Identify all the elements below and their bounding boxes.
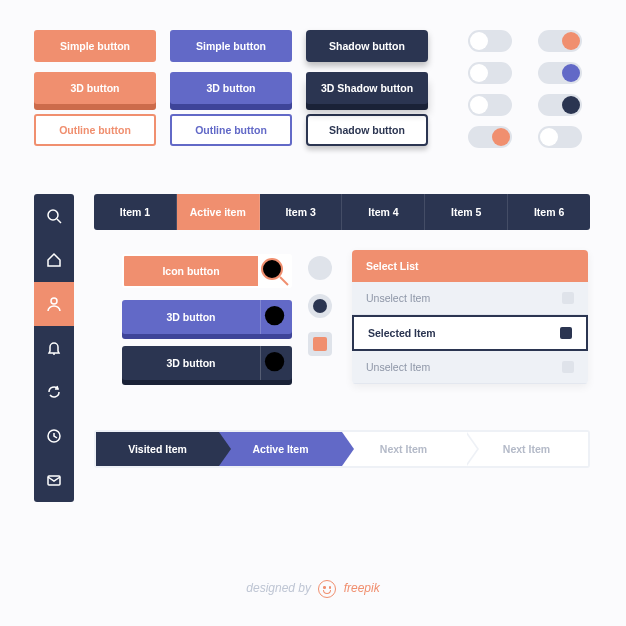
toggle-8[interactable] xyxy=(538,126,582,148)
tab-1[interactable]: Item 1 xyxy=(94,194,177,230)
radio-2[interactable] xyxy=(308,294,332,318)
icon-button-label: 3D button xyxy=(122,311,260,323)
footer-credit: designed by freepik xyxy=(0,580,626,598)
breadcrumb-step-2[interactable]: Active Item xyxy=(219,432,342,466)
outline-button-orange[interactable]: Outline button xyxy=(34,114,156,146)
svg-point-8 xyxy=(265,305,284,324)
select-list-header: Select List xyxy=(352,250,588,282)
icon-button-label: 3D button xyxy=(122,357,260,369)
bell-icon xyxy=(46,340,62,356)
refresh-icon xyxy=(46,384,62,400)
footer-brand: freepik xyxy=(344,581,380,595)
toggle-6[interactable] xyxy=(538,94,582,116)
search-icon xyxy=(258,256,290,286)
toggle-7[interactable] xyxy=(468,126,512,148)
toggle-1[interactable] xyxy=(468,30,512,52)
svg-point-6 xyxy=(262,259,282,279)
search-icon xyxy=(46,208,62,224)
svg-line-7 xyxy=(280,277,288,285)
tab-3[interactable]: Item 3 xyxy=(260,194,343,230)
freepik-logo-icon xyxy=(318,580,336,598)
footer-prefix: designed by xyxy=(246,581,311,595)
icon-button-group: Icon button3D button3D button xyxy=(122,254,292,380)
toggle-5[interactable] xyxy=(468,94,512,116)
sidebar-item-search[interactable] xyxy=(34,194,74,238)
breadcrumb: Visited ItemActive ItemNext ItemNext Ite… xyxy=(94,430,590,468)
toggle-group xyxy=(468,30,590,148)
search-icon xyxy=(260,300,292,334)
breadcrumb-step-4[interactable]: Next Item xyxy=(465,432,588,466)
sidebar-item-refresh[interactable] xyxy=(34,370,74,414)
tab-bar: Item 1Active itemItem 3Item 4Item 5Item … xyxy=(94,194,590,230)
toggle-3[interactable] xyxy=(468,62,512,84)
select-item-2[interactable]: Selected Item xyxy=(352,315,588,351)
breadcrumb-step-1[interactable]: Visited Item xyxy=(96,432,219,466)
checkbox-icon xyxy=(562,361,574,373)
checkbox-icon xyxy=(560,327,572,339)
simple-button-purple[interactable]: Simple button xyxy=(170,30,292,62)
user-icon xyxy=(46,296,62,312)
sidebar-item-bell[interactable] xyxy=(34,326,74,370)
sidebar-item-clock[interactable] xyxy=(34,414,74,458)
3d-shadow-button-navy[interactable]: 3D Shadow button xyxy=(306,72,428,104)
icon-button-label: Icon button xyxy=(124,265,258,277)
select-item-3[interactable]: Unselect Item xyxy=(352,351,588,384)
home-icon xyxy=(46,252,62,268)
sidebar-item-user[interactable] xyxy=(34,282,74,326)
radio-3[interactable] xyxy=(308,332,332,356)
select-item-label: Unselect Item xyxy=(366,361,430,373)
3d-button-purple[interactable]: 3D button xyxy=(170,72,292,104)
outline-button-purple[interactable]: Outline button xyxy=(170,114,292,146)
svg-point-0 xyxy=(48,210,58,220)
search-icon xyxy=(260,346,292,380)
toggle-4[interactable] xyxy=(538,62,582,84)
svg-line-9 xyxy=(282,323,290,331)
mail-icon xyxy=(46,472,62,488)
select-item-1[interactable]: Unselect Item xyxy=(352,282,588,315)
simple-button-orange[interactable]: Simple button xyxy=(34,30,156,62)
svg-point-2 xyxy=(51,298,57,304)
svg-line-11 xyxy=(282,369,290,377)
tab-4[interactable]: Item 4 xyxy=(342,194,425,230)
tab-2[interactable]: Active item xyxy=(177,194,260,230)
sidebar-nav xyxy=(34,194,74,502)
toggle-2[interactable] xyxy=(538,30,582,52)
breadcrumb-step-3[interactable]: Next Item xyxy=(342,432,465,466)
tab-5[interactable]: Item 5 xyxy=(425,194,508,230)
icon-button-1[interactable]: Icon button xyxy=(122,254,292,288)
radio-group xyxy=(308,256,332,356)
icon-button-2[interactable]: 3D button xyxy=(122,300,292,334)
clock-icon xyxy=(46,428,62,444)
shadow-button-navy[interactable]: Shadow button xyxy=(306,30,428,62)
tab-6[interactable]: Item 6 xyxy=(508,194,590,230)
sidebar-item-home[interactable] xyxy=(34,238,74,282)
svg-line-1 xyxy=(57,219,61,223)
outline-shadow-button-navy[interactable]: Shadow button xyxy=(306,114,428,146)
3d-button-orange[interactable]: 3D button xyxy=(34,72,156,104)
icon-button-3[interactable]: 3D button xyxy=(122,346,292,380)
select-list: Select List Unselect ItemSelected ItemUn… xyxy=(352,250,588,384)
radio-1[interactable] xyxy=(308,256,332,280)
sidebar-item-mail[interactable] xyxy=(34,458,74,502)
checkbox-icon xyxy=(562,292,574,304)
select-item-label: Selected Item xyxy=(368,327,436,339)
svg-point-10 xyxy=(265,351,284,370)
select-item-label: Unselect Item xyxy=(366,292,430,304)
